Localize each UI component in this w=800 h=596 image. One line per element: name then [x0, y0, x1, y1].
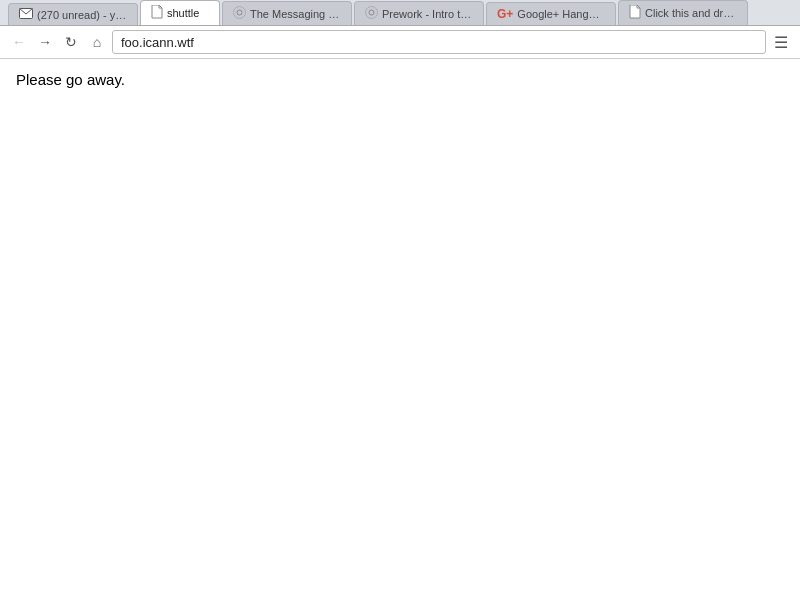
google-plus-icon: G+ [497, 7, 513, 21]
reload-button[interactable]: ↻ [60, 31, 82, 53]
browser-tab-tab-drag[interactable]: Click this and drag t [618, 0, 748, 25]
svg-point-3 [366, 7, 378, 19]
browser-tab-tab-shuttle[interactable]: shuttle [140, 0, 220, 25]
mail-icon [19, 8, 33, 21]
browser-tab-tab-hangouts[interactable]: G+Google+ Hangouts - [486, 2, 616, 25]
browser-tab-tab-prework[interactable]: Prework - Intro to A [354, 1, 484, 25]
tab-bar: (270 unread) - yzhu shuttle The Messagin… [0, 0, 800, 25]
page-icon [629, 5, 641, 21]
tab-label: The Messaging 2014 [250, 8, 341, 20]
menu-button[interactable]: ☰ [770, 31, 792, 53]
tab-label: shuttle [167, 7, 199, 19]
page-body-text: Please go away. [16, 71, 125, 88]
browser-tab-tab-messaging[interactable]: The Messaging 2014 [222, 1, 352, 25]
chrome-icon [233, 6, 246, 21]
tab-label: Google+ Hangouts - [517, 8, 605, 20]
svg-point-1 [234, 7, 246, 19]
home-button[interactable]: ⌂ [86, 31, 108, 53]
tab-label: Prework - Intro to A [382, 8, 473, 20]
nav-bar: ← → ↻ ⌂ ☰ [0, 25, 800, 59]
tab-label: Click this and drag t [645, 7, 737, 19]
tab-label: (270 unread) - yzhu [37, 9, 127, 21]
chrome-icon [365, 6, 378, 21]
page-icon [151, 5, 163, 21]
forward-button[interactable]: → [34, 31, 56, 53]
browser-tab-tab-gmail[interactable]: (270 unread) - yzhu [8, 3, 138, 25]
svg-point-2 [237, 10, 242, 15]
browser-window: (270 unread) - yzhu shuttle The Messagin… [0, 0, 800, 596]
svg-point-4 [369, 10, 374, 15]
back-button[interactable]: ← [8, 31, 30, 53]
page-content: Please go away. [0, 59, 800, 596]
address-bar[interactable] [112, 30, 766, 54]
